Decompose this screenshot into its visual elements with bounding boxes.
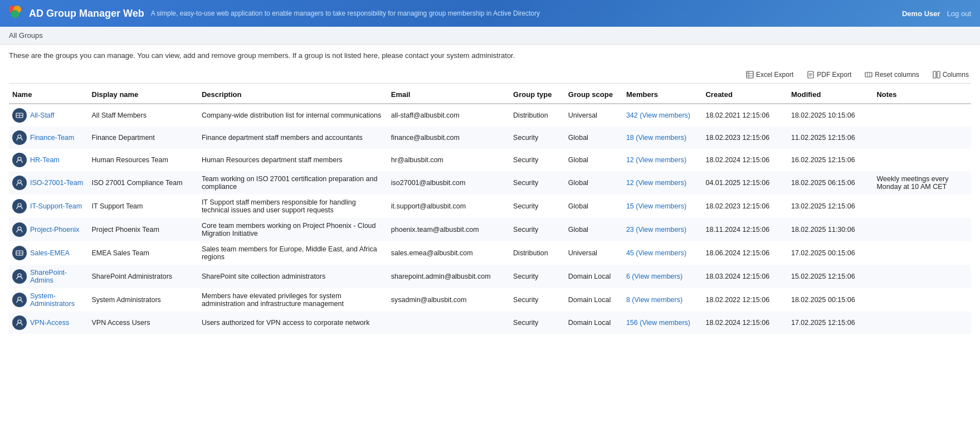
cell-description: Finance department staff members and acc… xyxy=(198,127,388,149)
cell-description: Company-wide distribution list for inter… xyxy=(198,104,388,127)
cell-created: 04.01.2025 12:15:06 xyxy=(702,171,788,195)
col-header-email: Email xyxy=(388,86,510,104)
cell-group-type: Security xyxy=(510,195,565,218)
cell-group-type: Distribution xyxy=(510,104,565,127)
columns-button[interactable]: Columns xyxy=(930,70,971,80)
cell-email: sharepoint.admin@albusbit.com xyxy=(388,265,510,288)
logo-circles xyxy=(9,6,25,21)
cell-members: 15 (View members) xyxy=(623,195,703,218)
cell-members: 8 (View members) xyxy=(623,288,703,312)
col-header-description: Description xyxy=(198,86,388,104)
col-header-display: Display name xyxy=(89,86,198,104)
logout-link[interactable]: Log out xyxy=(947,9,971,18)
cell-email: finance@albusbit.com xyxy=(388,127,510,149)
members-link[interactable]: 12 (View members) xyxy=(626,179,686,187)
cell-group-scope: Domain Local xyxy=(565,265,623,288)
cell-email: it.support@albusbit.com xyxy=(388,195,510,218)
cell-email: hr@albusbit.com xyxy=(388,149,510,171)
excel-icon: ✕ xyxy=(746,71,754,79)
columns-label: Columns xyxy=(943,71,969,79)
cell-notes xyxy=(873,265,971,288)
cell-created: 18.06.2024 12:15:06 xyxy=(702,241,788,265)
cell-name: VPN-Access xyxy=(9,312,89,334)
table-row: SharePoint-Admins SharePoint Administrat… xyxy=(9,265,971,288)
table-row: ISO-27001-Team ISO 27001 Compliance Team… xyxy=(9,171,971,195)
cell-group-type: Security xyxy=(510,312,565,334)
svg-rect-9 xyxy=(865,72,872,77)
group-name-link[interactable]: HR-Team xyxy=(30,156,60,164)
cell-display-name: ISO 27001 Compliance Team xyxy=(89,171,198,195)
members-link[interactable]: 6 (View members) xyxy=(626,273,682,280)
group-icon xyxy=(12,199,27,213)
cell-name: System-Administrators xyxy=(9,288,89,312)
group-name-link[interactable]: IT-Support-Team xyxy=(30,202,82,210)
app-logo: AD Group Manager Web xyxy=(9,6,144,21)
members-link[interactable]: 23 (View members) xyxy=(626,226,686,234)
app-subtitle: A simple, easy-to-use web application to… xyxy=(151,9,895,17)
cell-members: 12 (View members) xyxy=(623,171,703,195)
cell-description: Team working on ISO 27001 certification … xyxy=(198,171,388,195)
col-header-members: Members xyxy=(623,86,703,104)
cell-name: HR-Team xyxy=(9,149,89,171)
members-link[interactable]: 18 (View members) xyxy=(626,134,686,142)
current-user: Demo User xyxy=(902,9,940,18)
cell-created: 18.02.2023 12:15:06 xyxy=(702,195,788,218)
columns-icon xyxy=(933,71,940,79)
cell-description: Users authorized for VPN access to corpo… xyxy=(198,312,388,334)
members-link[interactable]: 156 (View members) xyxy=(626,319,690,327)
cell-members: 18 (View members) xyxy=(623,127,703,149)
cell-group-scope: Global xyxy=(565,127,623,149)
cell-modified: 18.02.2025 06:15:06 xyxy=(788,171,874,195)
col-header-modified: Modified xyxy=(788,86,874,104)
logo-circle-green xyxy=(11,10,19,18)
table-row: Project-Phoenix Project Phoenix Team Cor… xyxy=(9,218,971,241)
excel-export-button[interactable]: ✕ Excel Export xyxy=(744,70,796,80)
cell-group-type: Security xyxy=(510,127,565,149)
members-link[interactable]: 45 (View members) xyxy=(626,249,686,257)
cell-group-type: Security xyxy=(510,288,565,312)
group-icon xyxy=(12,222,27,237)
group-name-link[interactable]: SharePoint-Admins xyxy=(30,269,85,284)
cell-group-type: Distribution xyxy=(510,241,565,265)
members-link[interactable]: 15 (View members) xyxy=(626,202,686,210)
pdf-export-button[interactable]: PDF Export xyxy=(805,70,854,80)
reset-columns-button[interactable]: Reset columns xyxy=(862,70,921,80)
reset-columns-label: Reset columns xyxy=(875,71,919,79)
group-icon xyxy=(12,176,27,190)
cell-name: All-Staff xyxy=(9,104,89,127)
table-row: VPN-Access VPN Access Users Users author… xyxy=(9,312,971,334)
cell-notes xyxy=(873,312,971,334)
group-name-link[interactable]: All-Staff xyxy=(30,111,55,119)
cell-members: 342 (View members) xyxy=(623,104,703,127)
members-link[interactable]: 342 (View members) xyxy=(626,111,690,119)
cell-display-name: Human Resources Team xyxy=(89,149,198,171)
breadcrumb: All Groups xyxy=(0,27,980,45)
col-header-group-scope: Group scope xyxy=(565,86,623,104)
group-name-link[interactable]: Sales-EMEA xyxy=(30,249,70,257)
cell-display-name: IT Support Team xyxy=(89,195,198,218)
col-header-notes: Notes xyxy=(873,86,971,104)
members-link[interactable]: 12 (View members) xyxy=(626,156,686,164)
cell-display-name: All Staff Members xyxy=(89,104,198,127)
members-link[interactable]: 8 (View members) xyxy=(626,296,682,304)
group-name-link[interactable]: Project-Phoenix xyxy=(30,226,79,234)
cell-created: 18.02.2024 12:15:06 xyxy=(702,149,788,171)
table-row: HR-Team Human Resources Team Human Resou… xyxy=(9,149,971,171)
cell-group-scope: Global xyxy=(565,149,623,171)
group-name-link[interactable]: ISO-27001-Team xyxy=(30,179,83,187)
cell-group-scope: Domain Local xyxy=(565,312,623,334)
cell-modified: 15.02.2025 12:15:06 xyxy=(788,265,874,288)
cell-members: 6 (View members) xyxy=(623,265,703,288)
cell-created: 18.11.2024 12:15:06 xyxy=(702,218,788,241)
intro-text: These are the groups you can manage. You… xyxy=(9,51,971,60)
cell-description: Human Resources department staff members xyxy=(198,149,388,171)
cell-notes xyxy=(873,149,971,171)
group-name-link[interactable]: VPN-Access xyxy=(30,319,69,327)
col-header-name: Name xyxy=(9,86,89,104)
group-name-link[interactable]: System-Administrators xyxy=(30,292,85,308)
group-name-link[interactable]: Finance-Team xyxy=(30,134,74,142)
group-icon xyxy=(12,293,27,307)
cell-name: Sales-EMEA xyxy=(9,241,89,265)
cell-email: phoenix.team@albusbit.com xyxy=(388,218,510,241)
cell-modified: 18.02.2025 10:15:06 xyxy=(788,104,874,127)
